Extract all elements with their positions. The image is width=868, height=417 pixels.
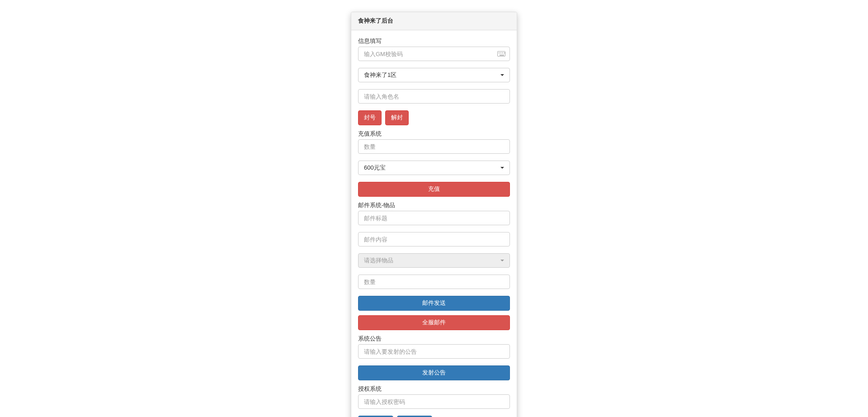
section-auth: 授权系统 bbox=[358, 385, 510, 409]
mail-label: 邮件系统-物品 bbox=[358, 201, 510, 210]
mail-content-input[interactable] bbox=[358, 232, 510, 246]
server-select-group: 食神来了1区 bbox=[358, 68, 510, 82]
recharge-option-label: 600元宝 bbox=[364, 164, 386, 172]
mail-item-group: 请选择物品 bbox=[358, 253, 510, 268]
ban-button[interactable]: 封号 bbox=[358, 110, 382, 125]
section-info: 信息填写 bbox=[358, 37, 510, 62]
mail-qty-group bbox=[358, 275, 510, 289]
mail-title-input[interactable] bbox=[358, 211, 510, 225]
info-label: 信息填写 bbox=[358, 37, 510, 46]
auth-password-input[interactable] bbox=[358, 394, 510, 409]
mail-item-placeholder: 请选择物品 bbox=[364, 256, 393, 265]
ban-button-row: 封号 解封 bbox=[358, 110, 510, 125]
admin-panel: 食神来了后台 信息填写 食神来了1区 封号 解封 充值系统 bbox=[351, 12, 517, 417]
recharge-option-group: 600元宝 bbox=[358, 161, 510, 175]
server-select[interactable]: 食神来了1区 bbox=[358, 68, 510, 82]
role-name-input[interactable] bbox=[358, 89, 510, 104]
mail-allserver-button[interactable]: 全服邮件 bbox=[358, 315, 510, 330]
chevron-down-icon bbox=[500, 74, 504, 76]
section-mail: 邮件系统-物品 bbox=[358, 201, 510, 226]
unban-button[interactable]: 解封 bbox=[385, 110, 409, 125]
role-name-group bbox=[358, 89, 510, 104]
auth-label: 授权系统 bbox=[358, 385, 510, 393]
mail-qty-input[interactable] bbox=[358, 275, 510, 289]
announce-input[interactable] bbox=[358, 344, 510, 359]
mail-content-group bbox=[358, 232, 510, 246]
panel-body: 信息填写 食神来了1区 封号 解封 充值系统 600元宝 bbox=[351, 30, 517, 417]
announce-label: 系统公告 bbox=[358, 335, 510, 343]
gm-code-input[interactable] bbox=[358, 47, 510, 61]
server-selected-label: 食神来了1区 bbox=[364, 71, 396, 79]
mail-send-button[interactable]: 邮件发送 bbox=[358, 296, 510, 311]
section-announce: 系统公告 bbox=[358, 335, 510, 359]
chevron-down-icon bbox=[500, 260, 504, 261]
gm-code-wrap bbox=[358, 47, 510, 61]
recharge-label: 充值系统 bbox=[358, 130, 510, 138]
recharge-option-select[interactable]: 600元宝 bbox=[358, 161, 510, 175]
section-recharge: 充值系统 bbox=[358, 130, 510, 154]
panel-title: 食神来了后台 bbox=[351, 12, 517, 30]
recharge-qty-input[interactable] bbox=[358, 139, 510, 154]
announce-submit-button[interactable]: 发射公告 bbox=[358, 365, 510, 380]
chevron-down-icon bbox=[500, 167, 504, 169]
recharge-submit-button[interactable]: 充值 bbox=[358, 182, 510, 197]
mail-item-select[interactable]: 请选择物品 bbox=[358, 253, 510, 268]
keyboard-icon bbox=[497, 51, 505, 57]
